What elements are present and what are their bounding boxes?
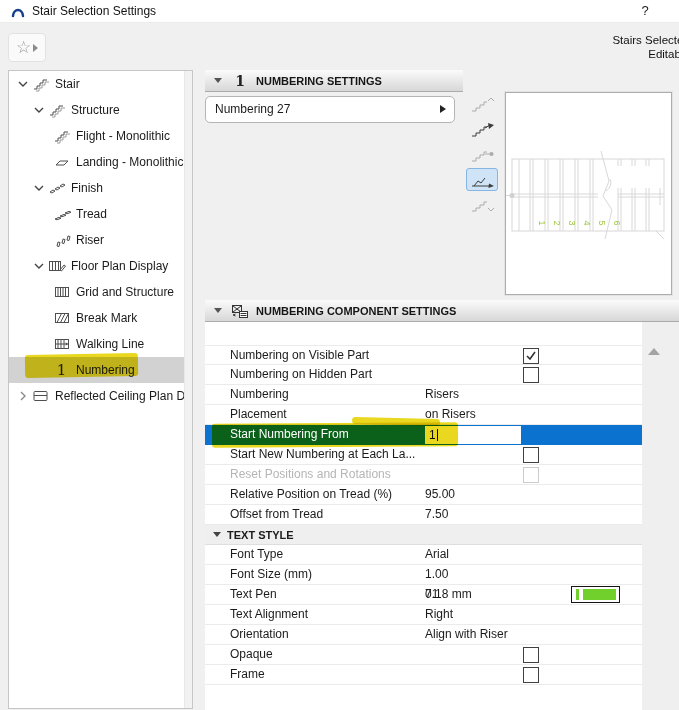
- row-label: Placement: [230, 407, 287, 421]
- highlight-marker-numbering: [25, 353, 138, 378]
- row-reset-positions-rotations: Reset Positions and Rotations: [205, 465, 642, 485]
- sidebar-item-riser[interactable]: Riser: [9, 227, 192, 253]
- numbering-option-horizontal-button[interactable]: [466, 168, 498, 191]
- sidebar-item-flight-monolithic[interactable]: Flight - Monolithic: [9, 123, 192, 149]
- tree-label: Reflected Ceiling Plan Di: [55, 389, 188, 403]
- status-line-editable: Editable:: [473, 48, 679, 62]
- row-label: Font Size (mm): [230, 567, 312, 581]
- row-opaque[interactable]: Opaque: [205, 645, 642, 665]
- row-font-size[interactable]: Font Size (mm) 1.00: [205, 565, 642, 585]
- collapse-triangle-icon[interactable]: [214, 78, 222, 83]
- row-value[interactable]: Risers: [425, 385, 459, 404]
- component-settings-table: Numbering on Visible Part Numbering on H…: [205, 322, 642, 710]
- text-style-section-header[interactable]: TEXT STYLE: [205, 525, 642, 545]
- help-button[interactable]: ?: [633, 0, 657, 22]
- sidebar-item-grid-and-structure[interactable]: Grid and Structure: [9, 279, 192, 305]
- tree-scrollbar[interactable]: [184, 71, 192, 708]
- favorites-button[interactable]: ☆: [8, 33, 46, 62]
- numbering-preset-combo[interactable]: Numbering 27: [205, 96, 455, 123]
- pen-number[interactable]: 71: [425, 585, 438, 604]
- sidebar-item-reflected-ceiling-plan[interactable]: Reflected Ceiling Plan Di: [9, 383, 192, 409]
- row-label: Opaque: [230, 647, 273, 661]
- numbering-one-icon: 1: [229, 73, 251, 89]
- row-numbering[interactable]: Numbering Risers: [205, 385, 642, 405]
- sidebar-item-landing-monolithic[interactable]: Landing - Monolithic: [9, 149, 192, 175]
- row-relative-position-on-tread[interactable]: Relative Position on Tread (%) 95.00: [205, 485, 642, 505]
- grid-icon: [51, 284, 72, 300]
- numbering-component-settings-header[interactable]: NUMBERING COMPONENT SETTINGS: [205, 300, 679, 322]
- tree-label: Break Mark: [76, 311, 137, 325]
- flyout-arrow-icon: [440, 105, 446, 113]
- collapse-triangle-icon[interactable]: [213, 532, 221, 537]
- preview-number: 2: [552, 220, 562, 225]
- row-value[interactable]: Arial: [425, 545, 449, 564]
- numbering-option-down-button[interactable]: [466, 193, 498, 216]
- row-label: Relative Position on Tread (%): [230, 487, 392, 501]
- landing-icon: [51, 154, 72, 170]
- row-label: Orientation: [230, 627, 289, 641]
- tree-label: Grid and Structure: [76, 285, 174, 299]
- settings-tree-panel: Stair Structure Flight - Monolithic Land…: [8, 70, 193, 709]
- table-scrollbar[interactable]: [642, 322, 679, 710]
- row-label: Font Type: [230, 547, 283, 561]
- chevron-down-icon[interactable]: [15, 79, 30, 89]
- star-icon: ☆: [16, 39, 31, 56]
- row-value[interactable]: 95.00: [425, 485, 455, 504]
- row-frame[interactable]: Frame: [205, 665, 642, 685]
- row-numbering-on-hidden-part[interactable]: Numbering on Hidden Part: [205, 365, 642, 385]
- checkbox-unchecked[interactable]: [523, 367, 539, 383]
- row-text-alignment[interactable]: Text Alignment Right: [205, 605, 642, 625]
- collapse-triangle-icon[interactable]: [214, 308, 222, 313]
- reflected-ceiling-icon: [30, 388, 51, 404]
- checkbox-unchecked[interactable]: [523, 447, 539, 463]
- scroll-up-arrow-icon[interactable]: [648, 348, 660, 355]
- row-label: Frame: [230, 667, 265, 681]
- chevron-right-icon[interactable]: [15, 391, 30, 401]
- sidebar-item-structure[interactable]: Structure: [9, 97, 192, 123]
- row-orientation[interactable]: Orientation Align with Riser: [205, 625, 642, 645]
- window-title: Stair Selection Settings: [32, 0, 156, 22]
- structure-icon: [46, 102, 67, 118]
- numbering-settings-header[interactable]: 1 NUMBERING SETTINGS: [205, 70, 463, 92]
- row-font-type[interactable]: Font Type Arial: [205, 545, 642, 565]
- tree-label: Floor Plan Display: [71, 259, 168, 273]
- sidebar-item-floor-plan-display[interactable]: Floor Plan Display: [9, 253, 192, 279]
- row-value[interactable]: 7.50: [425, 505, 448, 524]
- selection-status: Stairs Selected: Editable:: [473, 34, 679, 61]
- preview-number: 3: [567, 220, 577, 225]
- row-offset-from-tread[interactable]: Offset from Tread 7.50: [205, 505, 642, 525]
- preview-number: 4: [582, 220, 592, 225]
- break-mark-icon: [51, 310, 72, 326]
- section-title: NUMBERING COMPONENT SETTINGS: [256, 305, 456, 317]
- numbering-option-up-button[interactable]: [466, 93, 498, 116]
- tree-label: Landing - Monolithic: [76, 155, 183, 169]
- row-start-new-numbering[interactable]: Start New Numbering at Each La...: [205, 445, 642, 465]
- sidebar-item-stair[interactable]: Stair: [9, 71, 192, 97]
- row-numbering-on-visible-part[interactable]: Numbering on Visible Part: [205, 345, 642, 365]
- stair-preview: 1 2 3 4 5 6: [505, 92, 672, 295]
- row-value[interactable]: Right: [425, 605, 453, 624]
- checkbox-checked[interactable]: [523, 348, 539, 364]
- section-title: NUMBERING SETTINGS: [256, 75, 382, 87]
- preview-number: 5: [597, 220, 607, 225]
- stair-icon: [30, 76, 51, 92]
- pen-line-sample: [576, 589, 579, 600]
- numbering-option-point-button[interactable]: [466, 143, 498, 166]
- preset-name: Numbering 27: [215, 97, 290, 122]
- row-value[interactable]: 1.00: [425, 565, 448, 584]
- numbering-option-arrow-button[interactable]: [466, 118, 498, 141]
- chevron-down-icon[interactable]: [31, 105, 46, 115]
- pen-color-swatch[interactable]: [571, 586, 620, 603]
- row-label: Offset from Tread: [230, 507, 323, 521]
- row-value[interactable]: Align with Riser: [425, 625, 508, 644]
- sidebar-item-tread[interactable]: Tread: [9, 201, 192, 227]
- tree-label: Finish: [71, 181, 103, 195]
- chevron-down-icon[interactable]: [31, 183, 46, 193]
- preview-number: 6: [612, 220, 622, 225]
- sidebar-item-break-mark[interactable]: Break Mark: [9, 305, 192, 331]
- checkbox-unchecked[interactable]: [523, 647, 539, 663]
- sidebar-item-finish[interactable]: Finish: [9, 175, 192, 201]
- checkbox-unchecked[interactable]: [523, 667, 539, 683]
- chevron-down-icon[interactable]: [31, 261, 46, 271]
- row-text-pen[interactable]: Text Pen 0.18 mm 71: [205, 585, 642, 605]
